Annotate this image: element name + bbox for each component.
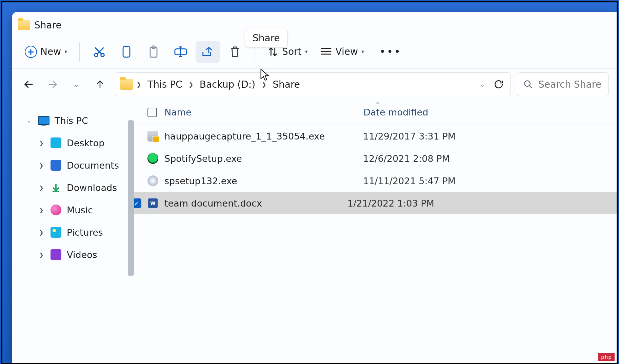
file-date: 1/21/2022 1:03 PM	[342, 198, 434, 209]
documents-icon	[50, 159, 62, 171]
file-list: ⌃ Name Date modified ✓hauppaugecapture_1…	[134, 100, 617, 363]
chevron-right-icon: ❯	[38, 140, 45, 146]
videos-icon	[50, 249, 62, 261]
sidebar-item-this-pc[interactable]: ⌄ This PC	[21, 109, 134, 132]
chevron-right-icon: ❯	[38, 252, 45, 258]
file-name: hauppaugecapture_1_1_35054.exe	[164, 131, 325, 142]
chevron-right-icon: ❯	[38, 229, 45, 236]
view-button[interactable]: View ▾	[315, 41, 369, 63]
file-date: 11/11/2021 5:47 PM	[358, 176, 456, 186]
downloads-icon	[50, 181, 62, 194]
sidebar-item-videos[interactable]: ❯ Videos	[21, 243, 134, 266]
chevron-down-icon: ▾	[305, 48, 308, 55]
file-row[interactable]: ✓SpotifySetup.exe12/6/2021 2:08 PM	[134, 147, 617, 170]
sidebar-item-label: Downloads	[67, 183, 117, 193]
forward-button[interactable]	[44, 76, 61, 93]
search-icon	[523, 80, 533, 89]
chevron-right-icon: ❯	[188, 81, 194, 88]
folder-icon	[120, 79, 133, 90]
arrow-left-icon	[23, 79, 35, 90]
clipboard-icon	[147, 45, 160, 59]
chevron-right-icon: ❯	[261, 81, 266, 88]
delete-button[interactable]	[223, 41, 247, 63]
sidebar-item-label: Music	[67, 205, 93, 215]
chevron-down-icon: ⌄	[74, 81, 79, 88]
sidebar-item-label: Desktop	[67, 138, 104, 148]
sidebar-item-documents[interactable]: ❯ Documents	[21, 154, 134, 176]
desktop-icon	[50, 137, 62, 149]
file-row[interactable]: ✓hauppaugecapture_1_1_35054.exe11/29/201…	[134, 125, 617, 147]
row-checkbox[interactable]: ✓	[134, 198, 141, 208]
chevron-down-icon: ▾	[64, 48, 67, 55]
svg-point-0	[95, 53, 98, 57]
file-date: 11/29/2017 3:31 PM	[358, 131, 456, 142]
sort-ascending-icon: ⌃	[375, 101, 380, 108]
new-label: New	[40, 46, 61, 57]
monitor-icon	[38, 114, 50, 127]
explorer-window: Share Share + New ▾	[12, 12, 617, 363]
address-dropdown[interactable]: ⌄	[476, 81, 488, 88]
pictures-icon	[50, 226, 62, 238]
plus-icon: +	[25, 46, 37, 58]
chevron-down-icon: ▾	[361, 48, 364, 55]
search-box[interactable]	[517, 72, 608, 96]
word-icon: W	[147, 198, 158, 209]
select-all-checkbox[interactable]	[147, 108, 157, 117]
column-header-date[interactable]: Date modified	[363, 107, 428, 117]
up-button[interactable]	[91, 76, 109, 93]
chevron-right-icon: ❯	[38, 185, 45, 191]
watermark: php	[598, 353, 615, 361]
title-bar: Share	[12, 12, 617, 35]
file-row[interactable]: ✓spsetup132.exe11/11/2021 5:47 PM	[134, 170, 617, 192]
installer-icon	[147, 175, 158, 186]
spotify-icon	[147, 153, 158, 164]
rename-button[interactable]	[168, 41, 193, 63]
more-button[interactable]: •••	[378, 41, 403, 63]
file-name: team document.docx	[164, 198, 262, 209]
sidebar-scrollbar[interactable]	[128, 120, 134, 276]
refresh-icon	[493, 79, 504, 90]
sort-icon	[267, 46, 279, 58]
column-headers: ⌃ Name Date modified	[134, 100, 617, 125]
address-bar[interactable]: ❯ This PC ❯ Backup (D:) ❯ Share ⌄	[115, 72, 511, 96]
chevron-right-icon: ❯	[136, 81, 141, 88]
svg-rect-2	[123, 46, 130, 57]
svg-point-6	[525, 81, 530, 86]
rename-icon	[174, 46, 187, 58]
file-name: spsetup132.exe	[164, 176, 237, 186]
separator	[79, 42, 80, 62]
sidebar-item-music[interactable]: ❯ Music	[21, 199, 134, 221]
sort-label: Sort	[282, 46, 301, 57]
paste-button[interactable]	[141, 41, 166, 63]
breadcrumb-item[interactable]: Backup (D:)	[197, 77, 258, 92]
breadcrumb-item[interactable]: This PC	[145, 77, 185, 92]
view-label: View	[336, 46, 358, 57]
share-icon	[201, 46, 215, 58]
copy-icon	[121, 45, 132, 59]
file-date: 12/6/2021 2:08 PM	[358, 153, 450, 164]
sidebar-item-downloads[interactable]: ❯ Downloads	[21, 176, 134, 199]
column-header-name[interactable]: Name	[164, 107, 192, 117]
back-button[interactable]	[20, 76, 38, 93]
recent-dropdown[interactable]: ⌄	[67, 76, 85, 93]
sidebar-item-label: This PC	[55, 115, 88, 126]
share-button[interactable]	[196, 41, 220, 63]
sidebar-item-label: Documents	[67, 160, 119, 171]
view-icon	[320, 47, 332, 57]
scissors-icon	[93, 45, 106, 58]
breadcrumb-item[interactable]: Share	[270, 77, 303, 92]
file-row[interactable]: ✓Wteam document.docx1/21/2022 1:03 PM	[134, 192, 617, 214]
ellipsis-icon: •••	[379, 46, 401, 58]
exe-icon	[147, 131, 158, 142]
refresh-button[interactable]	[492, 77, 506, 91]
window-title: Share	[34, 20, 62, 31]
sidebar-item-desktop[interactable]: ❯ Desktop	[21, 132, 134, 154]
cut-button[interactable]	[87, 41, 112, 63]
folder-icon	[18, 20, 30, 30]
body: ⌄ This PC ❯ Desktop ❯ Documents ❯ Downlo…	[12, 100, 617, 363]
svg-rect-3	[150, 47, 157, 57]
new-button[interactable]: + New ▾	[20, 41, 72, 63]
sidebar-item-pictures[interactable]: ❯ Pictures	[21, 221, 134, 243]
copy-button[interactable]	[114, 41, 139, 63]
search-input[interactable]	[538, 79, 602, 90]
